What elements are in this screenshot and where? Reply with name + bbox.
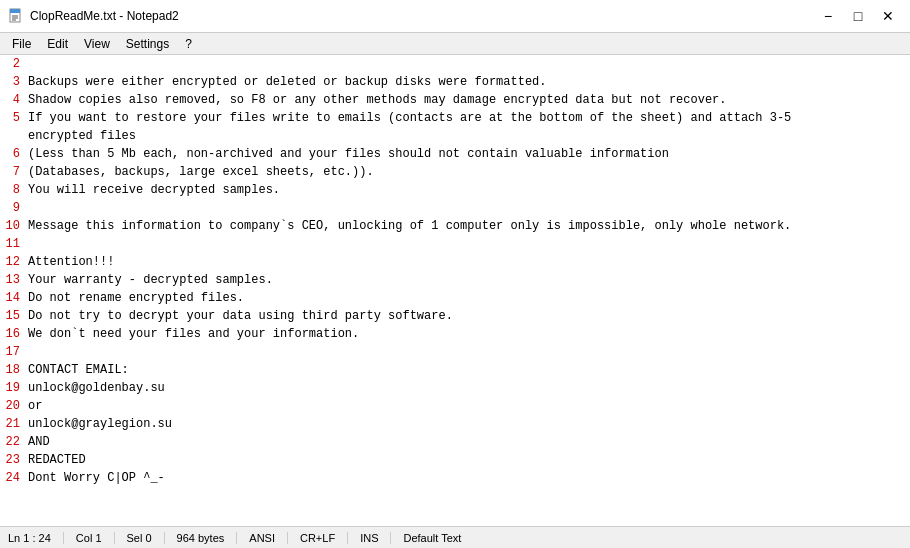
line-text: (Less than 5 Mb each, non-archived and y… [26, 145, 669, 163]
line-text: Do not rename encrypted files. [26, 289, 244, 307]
status-bar: Ln 1 : 24 Col 1 Sel 0 964 bytes ANSI CR+… [0, 526, 910, 548]
status-size: 964 bytes [177, 532, 238, 544]
line-20: 19unlock@goldenbay.su [0, 379, 910, 397]
line-text: Attention!!! [26, 253, 114, 271]
line-text: We don`t need your files and your inform… [26, 325, 359, 343]
line-number: 19 [0, 379, 26, 397]
line-number: 8 [0, 181, 26, 199]
line-number: 4 [0, 91, 26, 109]
line-text: Backups were either encrypted or deleted… [26, 73, 546, 91]
line-text [26, 235, 28, 253]
line-number: 22 [0, 433, 26, 451]
minimize-button[interactable]: − [814, 6, 842, 26]
close-button[interactable]: ✕ [874, 6, 902, 26]
line-number: 21 [0, 415, 26, 433]
line-number: 23 [0, 451, 26, 469]
line-16: 15Do not try to decrypt your data using … [0, 307, 910, 325]
status-sel: Sel 0 [127, 532, 165, 544]
line-21: 20or [0, 397, 910, 415]
line-13: 12Attention!!! [0, 253, 910, 271]
line-10: 9 [0, 199, 910, 217]
line-text: Shadow copies also removed, so F8 or any… [26, 91, 727, 109]
status-col: Col 1 [76, 532, 115, 544]
line-number: 13 [0, 271, 26, 289]
menu-edit[interactable]: Edit [39, 35, 76, 53]
line-text: Do not try to decrypt your data using th… [26, 307, 453, 325]
line-number: 20 [0, 397, 26, 415]
line-number: 9 [0, 199, 26, 217]
line-4: 4Shadow copies also removed, so F8 or an… [0, 91, 910, 109]
window-controls: − □ ✕ [814, 6, 902, 26]
status-encoding: ANSI [249, 532, 288, 544]
menu-settings[interactable]: Settings [118, 35, 177, 53]
line-text: Your warranty - decrypted samples. [26, 271, 273, 289]
line-text: unlock@goldenbay.su [26, 379, 165, 397]
line-3: 3Backups were either encrypted or delete… [0, 73, 910, 91]
line-14: 13Your warranty - decrypted samples. [0, 271, 910, 289]
line-19: 18CONTACT EMAIL: [0, 361, 910, 379]
line-text [26, 55, 28, 73]
line-text: (Databases, backups, large excel sheets,… [26, 163, 374, 181]
line-text: If you want to restore your files write … [26, 109, 791, 127]
line-8: 7(Databases, backups, large excel sheets… [0, 163, 910, 181]
line-5: 5If you want to restore your files write… [0, 109, 910, 127]
line-number: 7 [0, 163, 26, 181]
line-number: 11 [0, 235, 26, 253]
line-number: 6 [0, 145, 26, 163]
line-number: 3 [0, 73, 26, 91]
window-title: ClopReadMe.txt - Notepad2 [30, 9, 179, 23]
line-number: 16 [0, 325, 26, 343]
line-text: Dont Worry C|OP ^_- [26, 469, 165, 487]
line-number: 10 [0, 217, 26, 235]
line-23: 22AND [0, 433, 910, 451]
status-position: Ln 1 : 24 [8, 532, 64, 544]
status-scheme: Default Text [403, 532, 473, 544]
line-number: 24 [0, 469, 26, 487]
line-24: 23REDACTED [0, 451, 910, 469]
status-ins: INS [360, 532, 391, 544]
menu-file[interactable]: File [4, 35, 39, 53]
line-number: 14 [0, 289, 26, 307]
line-number: 2 [0, 55, 26, 73]
line-text [26, 343, 28, 361]
line-9: 8You will receive decrypted samples. [0, 181, 910, 199]
line-number: 17 [0, 343, 26, 361]
line-22: 21unlock@graylegion.su [0, 415, 910, 433]
line-text: CONTACT EMAIL: [26, 361, 129, 379]
line-text: REDACTED [26, 451, 86, 469]
line-number: 5 [0, 109, 26, 127]
line-7: 6(Less than 5 Mb each, non-archived and … [0, 145, 910, 163]
maximize-button[interactable]: □ [844, 6, 872, 26]
menu-help[interactable]: ? [177, 35, 200, 53]
line-text: AND [26, 433, 50, 451]
line-12: 11 [0, 235, 910, 253]
app-icon [8, 8, 24, 24]
svg-rect-1 [10, 9, 20, 13]
line-text: unlock@graylegion.su [26, 415, 172, 433]
title-bar-left: ClopReadMe.txt - Notepad2 [8, 8, 179, 24]
line-2: 2 [0, 55, 910, 73]
line-15: 14Do not rename encrypted files. [0, 289, 910, 307]
editor-area[interactable]: 1All files on each host in the network h… [0, 33, 910, 526]
line-text: You will receive decrypted samples. [26, 181, 280, 199]
title-bar: ClopReadMe.txt - Notepad2 − □ ✕ [0, 0, 910, 33]
menu-view[interactable]: View [76, 35, 118, 53]
line-number: 12 [0, 253, 26, 271]
editor-content: 1All files on each host in the network h… [0, 33, 910, 526]
line-11: 10Message this information to company`s … [0, 217, 910, 235]
line-text: encrypted files [26, 127, 136, 145]
line-text: or [26, 397, 42, 415]
line-25: 24Dont Worry C|OP ^_- [0, 469, 910, 487]
line-17: 16We don`t need your files and your info… [0, 325, 910, 343]
line-18: 17 [0, 343, 910, 361]
line-text: Message this information to company`s CE… [26, 217, 791, 235]
line-number: 18 [0, 361, 26, 379]
line-text [26, 199, 28, 217]
line-number: 15 [0, 307, 26, 325]
status-lineending: CR+LF [300, 532, 348, 544]
line-6: encrypted files [0, 127, 910, 145]
